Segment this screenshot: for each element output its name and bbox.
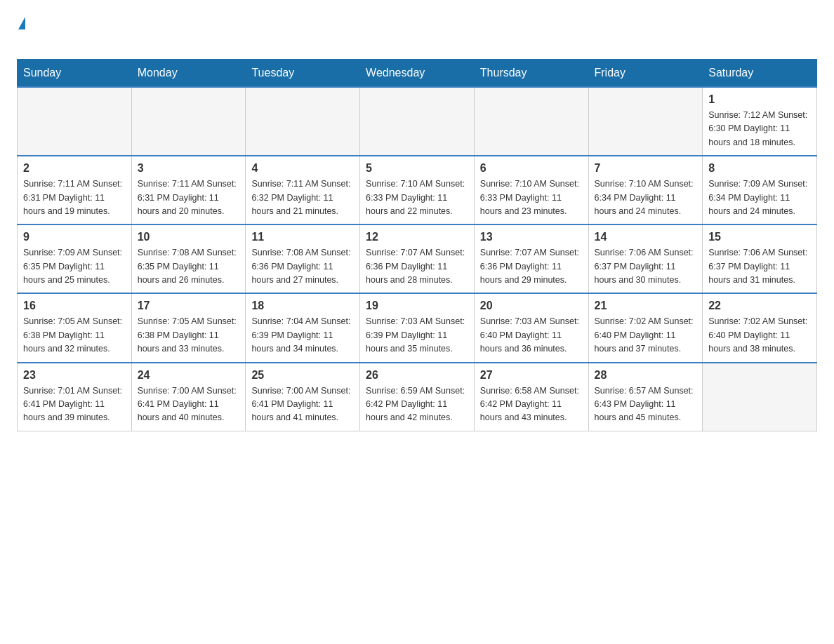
calendar-cell: 19Sunrise: 7:03 AM Sunset: 6:39 PM Dayli… [360,293,475,362]
logo-triangle-icon [18,17,25,29]
day-number: 25 [251,369,354,382]
day-number: 14 [595,231,697,243]
day-info: Sunrise: 7:10 AM Sunset: 6:33 PM Dayligh… [480,177,583,218]
day-number: 18 [251,300,354,312]
day-number: 21 [595,300,697,312]
day-info: Sunrise: 6:58 AM Sunset: 6:42 PM Dayligh… [480,384,583,425]
day-number: 6 [480,162,583,175]
day-number: 5 [366,162,468,175]
calendar-week-row: 23Sunrise: 7:01 AM Sunset: 6:41 PM Dayli… [18,363,817,431]
day-info: Sunrise: 7:11 AM Sunset: 6:32 PM Dayligh… [251,177,354,218]
day-info: Sunrise: 7:11 AM Sunset: 6:31 PM Dayligh… [23,177,126,218]
day-info: Sunrise: 7:09 AM Sunset: 6:34 PM Dayligh… [708,177,811,218]
calendar-cell: 18Sunrise: 7:04 AM Sunset: 6:39 PM Dayli… [246,293,360,362]
weekday-header-thursday: Thursday [474,60,588,88]
day-number: 13 [480,231,583,243]
calendar-cell: 2Sunrise: 7:11 AM Sunset: 6:31 PM Daylig… [18,156,132,224]
day-number: 27 [480,369,583,382]
day-info: Sunrise: 7:01 AM Sunset: 6:41 PM Dayligh… [23,384,126,425]
day-info: Sunrise: 7:11 AM Sunset: 6:31 PM Dayligh… [138,177,240,218]
calendar-cell [474,87,588,156]
weekday-header-row: SundayMondayTuesdayWednesdayThursdayFrid… [18,60,817,88]
weekday-header-sunday: Sunday [18,60,132,88]
day-number: 8 [708,162,811,175]
calendar-week-row: 2Sunrise: 7:11 AM Sunset: 6:31 PM Daylig… [18,156,817,224]
day-info: Sunrise: 7:00 AM Sunset: 6:41 PM Dayligh… [138,384,240,425]
day-number: 24 [138,369,240,382]
day-info: Sunrise: 7:12 AM Sunset: 6:30 PM Dayligh… [708,109,811,149]
day-info: Sunrise: 7:02 AM Sunset: 6:40 PM Dayligh… [595,315,697,356]
calendar-cell: 25Sunrise: 7:00 AM Sunset: 6:41 PM Dayli… [246,363,360,431]
calendar-cell: 12Sunrise: 7:07 AM Sunset: 6:36 PM Dayli… [360,224,475,293]
calendar-cell: 1Sunrise: 7:12 AM Sunset: 6:30 PM Daylig… [703,87,817,156]
day-info: Sunrise: 7:10 AM Sunset: 6:33 PM Dayligh… [366,177,468,218]
logo [17,17,27,48]
calendar-cell [18,87,132,156]
day-info: Sunrise: 7:03 AM Sunset: 6:39 PM Dayligh… [366,315,468,356]
day-number: 28 [595,369,697,382]
day-info: Sunrise: 7:06 AM Sunset: 6:37 PM Dayligh… [595,246,697,287]
day-number: 26 [366,369,468,382]
calendar-cell: 16Sunrise: 7:05 AM Sunset: 6:38 PM Dayli… [18,293,132,362]
calendar-cell: 13Sunrise: 7:07 AM Sunset: 6:36 PM Dayli… [474,224,588,293]
weekday-header-friday: Friday [588,60,703,88]
day-number: 7 [595,162,697,175]
calendar-cell: 7Sunrise: 7:10 AM Sunset: 6:34 PM Daylig… [588,156,703,224]
weekday-header-tuesday: Tuesday [246,60,360,88]
day-info: Sunrise: 7:09 AM Sunset: 6:35 PM Dayligh… [23,246,126,287]
day-number: 2 [23,162,126,175]
weekday-header-saturday: Saturday [703,60,817,88]
calendar-table: SundayMondayTuesdayWednesdayThursdayFrid… [17,59,817,431]
day-number: 1 [708,93,811,106]
calendar-cell: 22Sunrise: 7:02 AM Sunset: 6:40 PM Dayli… [703,293,817,362]
day-number: 4 [251,162,354,175]
calendar-cell: 21Sunrise: 7:02 AM Sunset: 6:40 PM Dayli… [588,293,703,362]
day-info: Sunrise: 7:05 AM Sunset: 6:38 PM Dayligh… [23,315,126,356]
calendar-cell: 26Sunrise: 6:59 AM Sunset: 6:42 PM Dayli… [360,363,475,431]
day-number: 10 [138,231,240,243]
day-info: Sunrise: 7:00 AM Sunset: 6:41 PM Dayligh… [251,384,354,425]
page-header [17,17,817,48]
calendar-cell: 24Sunrise: 7:00 AM Sunset: 6:41 PM Dayli… [131,363,246,431]
calendar-cell: 14Sunrise: 7:06 AM Sunset: 6:37 PM Dayli… [588,224,703,293]
calendar-cell [703,363,817,431]
calendar-cell: 11Sunrise: 7:08 AM Sunset: 6:36 PM Dayli… [246,224,360,293]
day-number: 22 [708,300,811,312]
day-number: 19 [366,300,468,312]
day-info: Sunrise: 7:08 AM Sunset: 6:35 PM Dayligh… [138,246,240,287]
day-number: 11 [251,231,354,243]
day-info: Sunrise: 7:02 AM Sunset: 6:40 PM Dayligh… [708,315,811,356]
calendar-cell: 23Sunrise: 7:01 AM Sunset: 6:41 PM Dayli… [18,363,132,431]
calendar-cell: 6Sunrise: 7:10 AM Sunset: 6:33 PM Daylig… [474,156,588,224]
day-info: Sunrise: 7:07 AM Sunset: 6:36 PM Dayligh… [480,246,583,287]
day-info: Sunrise: 6:59 AM Sunset: 6:42 PM Dayligh… [366,384,468,425]
calendar-cell [588,87,703,156]
calendar-cell: 10Sunrise: 7:08 AM Sunset: 6:35 PM Dayli… [131,224,246,293]
calendar-cell: 9Sunrise: 7:09 AM Sunset: 6:35 PM Daylig… [18,224,132,293]
calendar-week-row: 1Sunrise: 7:12 AM Sunset: 6:30 PM Daylig… [18,87,817,156]
calendar-cell: 28Sunrise: 6:57 AM Sunset: 6:43 PM Dayli… [588,363,703,431]
day-number: 3 [138,162,240,175]
day-info: Sunrise: 7:10 AM Sunset: 6:34 PM Dayligh… [595,177,697,218]
day-number: 15 [708,231,811,243]
weekday-header-wednesday: Wednesday [360,60,475,88]
day-info: Sunrise: 7:04 AM Sunset: 6:39 PM Dayligh… [251,315,354,356]
day-info: Sunrise: 7:07 AM Sunset: 6:36 PM Dayligh… [366,246,468,287]
day-info: Sunrise: 6:57 AM Sunset: 6:43 PM Dayligh… [595,384,697,425]
weekday-header-monday: Monday [131,60,246,88]
day-info: Sunrise: 7:03 AM Sunset: 6:40 PM Dayligh… [480,315,583,356]
day-number: 9 [23,231,126,243]
calendar-cell [360,87,475,156]
calendar-cell: 4Sunrise: 7:11 AM Sunset: 6:32 PM Daylig… [246,156,360,224]
day-number: 12 [366,231,468,243]
day-info: Sunrise: 7:06 AM Sunset: 6:37 PM Dayligh… [708,246,811,287]
calendar-cell: 5Sunrise: 7:10 AM Sunset: 6:33 PM Daylig… [360,156,475,224]
calendar-cell: 17Sunrise: 7:05 AM Sunset: 6:38 PM Dayli… [131,293,246,362]
calendar-cell: 15Sunrise: 7:06 AM Sunset: 6:37 PM Dayli… [703,224,817,293]
calendar-cell: 8Sunrise: 7:09 AM Sunset: 6:34 PM Daylig… [703,156,817,224]
day-number: 20 [480,300,583,312]
calendar-cell: 27Sunrise: 6:58 AM Sunset: 6:42 PM Dayli… [474,363,588,431]
calendar-week-row: 9Sunrise: 7:09 AM Sunset: 6:35 PM Daylig… [18,224,817,293]
day-info: Sunrise: 7:05 AM Sunset: 6:38 PM Dayligh… [138,315,240,356]
calendar-cell [131,87,246,156]
